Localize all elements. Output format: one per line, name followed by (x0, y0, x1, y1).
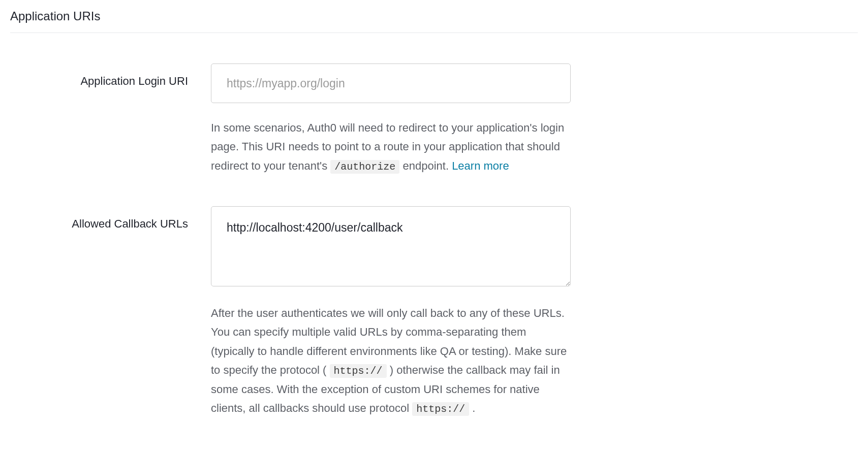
help-text-segment: . (472, 402, 475, 414)
login-uri-label: Application Login URI (80, 75, 188, 88)
section-title: Application URIs (10, 0, 858, 33)
login-uri-row: Application Login URI In some scenarios,… (10, 63, 858, 176)
login-uri-help: In some scenarios, Auth0 will need to re… (211, 118, 571, 176)
help-text-segment: endpoint. (402, 159, 452, 172)
login-uri-input[interactable] (211, 63, 571, 103)
callback-urls-label: Allowed Callback URLs (72, 217, 188, 231)
callback-urls-row: Allowed Callback URLs After the user aut… (10, 206, 858, 418)
https-code: https:// (330, 364, 387, 378)
https-code: https:// (412, 402, 469, 416)
callback-urls-textarea[interactable] (211, 206, 571, 286)
callback-urls-help: After the user authenticates we will onl… (211, 304, 571, 418)
authorize-code: /authorize (330, 160, 399, 174)
learn-more-link[interactable]: Learn more (452, 159, 509, 172)
